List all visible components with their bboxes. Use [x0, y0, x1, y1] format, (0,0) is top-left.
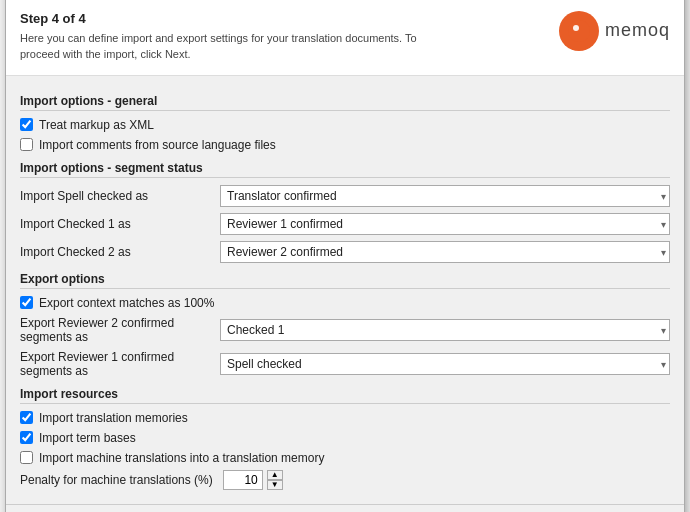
penalty-label: Penalty for machine translations (%) — [20, 473, 213, 487]
logo-icon — [559, 11, 599, 51]
export-reviewer1-dropdown-wrapper: Checked 1 Spell checked Checked 2 ▾ — [220, 353, 670, 375]
import-comments-label: Import comments from source language fil… — [39, 138, 276, 152]
penalty-decrement-button[interactable]: ▼ — [267, 480, 283, 490]
export-reviewer1-dropdown[interactable]: Checked 1 Spell checked Checked 2 — [220, 353, 670, 375]
import-transit-dialog: Import Transit package ✕ Step 4 of 4 Her… — [5, 0, 685, 512]
import-tb-row: Import term bases — [20, 430, 670, 446]
import-resources-title: Import resources — [20, 387, 670, 404]
export-reviewer2-dropdown[interactable]: Checked 1 Checked 2 Spell checked — [220, 319, 670, 341]
import-checked1-dropdown[interactable]: Translator confirmed Reviewer 1 confirme… — [220, 213, 670, 235]
import-tm-row: Import translation memories — [20, 410, 670, 426]
dialog-footer: Create project locally < Back Next > Fin… — [6, 504, 684, 513]
penalty-spinner-buttons: ▲ ▼ — [267, 470, 283, 490]
penalty-increment-button[interactable]: ▲ — [267, 470, 283, 480]
export-context-row: Export context matches as 100% — [20, 295, 670, 311]
import-segment-title: Import options - segment status — [20, 161, 670, 178]
import-tm-checkbox[interactable] — [20, 411, 33, 424]
import-checked2-label: Import Checked 2 as — [20, 245, 220, 259]
import-checked2-row: Import Checked 2 as Translator confirmed… — [20, 240, 670, 264]
header-description: Here you can define import and export se… — [20, 30, 440, 63]
import-spell-dropdown[interactable]: Translator confirmed Reviewer 1 confirme… — [220, 185, 670, 207]
export-options-title: Export options — [20, 272, 670, 289]
penalty-row: Penalty for machine translations (%) ▲ ▼ — [20, 470, 670, 490]
export-reviewer1-label: Export Reviewer 1 confirmed segments as — [20, 350, 220, 378]
penalty-input[interactable] — [223, 470, 263, 490]
logo-text: memoq — [605, 20, 670, 41]
import-checked1-label: Import Checked 1 as — [20, 217, 220, 231]
import-tb-checkbox[interactable] — [20, 431, 33, 444]
import-checked2-dropdown[interactable]: Translator confirmed Reviewer 1 confirme… — [220, 241, 670, 263]
import-spell-label: Import Spell checked as — [20, 189, 220, 203]
treat-markup-label: Treat markup as XML — [39, 118, 154, 132]
import-tb-label: Import term bases — [39, 431, 136, 445]
treat-markup-row: Treat markup as XML — [20, 117, 670, 133]
import-mt-label: Import machine translations into a trans… — [39, 451, 324, 465]
logo-area: memoq — [559, 11, 670, 51]
import-general-title: Import options - general — [20, 94, 670, 111]
header-section: Step 4 of 4 Here you can define import a… — [6, 0, 684, 76]
import-comments-checkbox[interactable] — [20, 138, 33, 151]
export-reviewer2-dropdown-wrapper: Checked 1 Checked 2 Spell checked ▾ — [220, 319, 670, 341]
import-mt-checkbox[interactable] — [20, 451, 33, 464]
export-reviewer2-row: Export Reviewer 2 confirmed segments as … — [20, 315, 670, 345]
svg-point-0 — [568, 20, 590, 42]
svg-point-1 — [573, 25, 579, 31]
import-checked1-dropdown-wrapper: Translator confirmed Reviewer 1 confirme… — [220, 213, 670, 235]
dialog-body: Import options - general Treat markup as… — [6, 76, 684, 504]
export-context-checkbox[interactable] — [20, 296, 33, 309]
import-spell-row: Import Spell checked as Translator confi… — [20, 184, 670, 208]
import-spell-dropdown-wrapper: Translator confirmed Reviewer 1 confirme… — [220, 185, 670, 207]
treat-markup-checkbox[interactable] — [20, 118, 33, 131]
import-checked1-row: Import Checked 1 as Translator confirmed… — [20, 212, 670, 236]
step-indicator: Step 4 of 4 — [20, 11, 440, 26]
export-reviewer1-row: Export Reviewer 1 confirmed segments as … — [20, 349, 670, 379]
import-tm-label: Import translation memories — [39, 411, 188, 425]
import-mt-row: Import machine translations into a trans… — [20, 450, 670, 466]
export-context-label: Export context matches as 100% — [39, 296, 214, 310]
header-text: Step 4 of 4 Here you can define import a… — [20, 11, 440, 63]
export-reviewer2-label: Export Reviewer 2 confirmed segments as — [20, 316, 220, 344]
import-checked2-dropdown-wrapper: Translator confirmed Reviewer 1 confirme… — [220, 241, 670, 263]
import-comments-row: Import comments from source language fil… — [20, 137, 670, 153]
